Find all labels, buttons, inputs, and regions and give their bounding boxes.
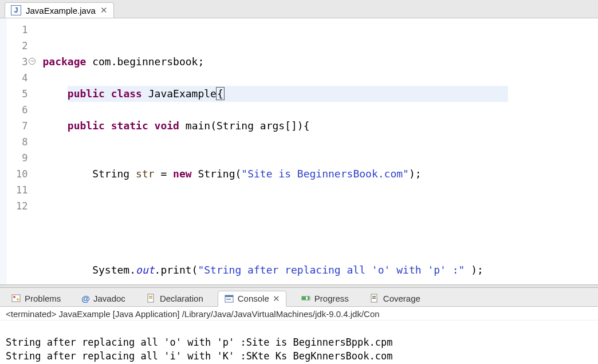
tab-label: Problems: [25, 294, 61, 303]
console-line: String after replacing all 'i' with 'K' …: [6, 350, 393, 362]
tab-label: Progress: [314, 294, 349, 303]
svg-rect-7: [225, 295, 233, 297]
at-icon: @: [81, 294, 90, 303]
svg-rect-10: [302, 296, 306, 300]
bottom-tab-bar: Problems @ Javadoc Declaration Console ✕…: [0, 288, 598, 307]
svg-rect-14: [372, 298, 376, 299]
console-icon: [224, 294, 234, 304]
console-line: String after replacing all 'o' with 'p' …: [6, 337, 393, 348]
line-number-gutter: 1 2 3− 4 5 6 7 8 9 10 11 12: [7, 18, 32, 284]
close-icon[interactable]: ✕: [100, 5, 108, 15]
editor-tab-title: JavaExample.java: [26, 6, 96, 15]
console-status: <terminated> JavaExample [Java Applicati…: [0, 307, 598, 321]
close-icon[interactable]: ✕: [273, 294, 280, 304]
editor-area[interactable]: 1 2 3− 4 5 6 7 8 9 10 11 12 package com.…: [0, 18, 598, 284]
svg-rect-8: [226, 299, 231, 300]
svg-rect-0: [12, 295, 20, 302]
declaration-icon: [146, 293, 156, 303]
tab-progress[interactable]: Progress: [294, 290, 355, 306]
tab-label: Coverage: [383, 294, 420, 303]
text-cursor: {: [216, 87, 225, 100]
tab-javadoc[interactable]: @ Javadoc: [75, 291, 132, 306]
editor-tab[interactable]: J JavaExample.java ✕: [5, 2, 114, 18]
svg-rect-5: [149, 298, 152, 299]
tab-problems[interactable]: Problems: [5, 290, 67, 306]
svg-rect-4: [149, 296, 152, 297]
java-file-icon: J: [11, 5, 21, 15]
tab-declaration[interactable]: Declaration: [140, 290, 210, 306]
console-output[interactable]: String after replacing all 'o' with 'p' …: [0, 321, 598, 364]
code-content[interactable]: package com.beginnersbook; public class …: [32, 18, 483, 284]
tab-console[interactable]: Console ✕: [218, 291, 286, 307]
svg-rect-13: [372, 296, 376, 297]
progress-icon: [301, 293, 311, 303]
problems-icon: [11, 293, 21, 303]
tab-label: Javadoc: [93, 294, 125, 303]
editor-left-margin: [0, 18, 7, 284]
tab-label: Console: [238, 294, 269, 303]
tab-coverage[interactable]: Coverage: [363, 290, 427, 306]
editor-tab-bar: J JavaExample.java ✕: [0, 0, 598, 18]
tab-label: Declaration: [160, 294, 203, 303]
svg-point-1: [13, 296, 15, 298]
svg-point-2: [17, 298, 19, 300]
coverage-icon: [369, 293, 380, 303]
